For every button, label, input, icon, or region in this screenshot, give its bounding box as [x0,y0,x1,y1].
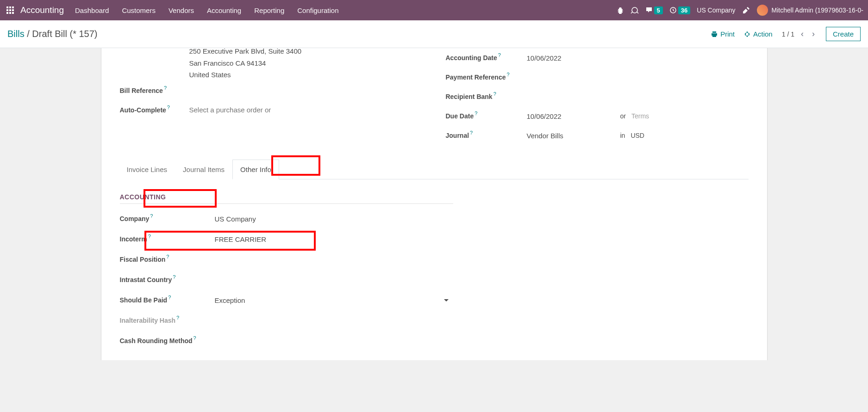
menu-dashboard[interactable]: Dashboard [75,6,109,14]
help-icon[interactable]: ? [168,295,171,300]
auto-complete-label: Auto-Complete? [120,106,189,114]
menu-customers[interactable]: Customers [122,6,156,14]
left-column: 250 Executive Park Blvd, Suite 3400 San … [120,48,423,145]
svg-point-9 [632,7,637,13]
clock-icon[interactable]: 36 [669,6,690,14]
cash-rounding-label: Cash Rounding Method? [120,337,215,344]
breadcrumb-root[interactable]: Bills [7,29,25,39]
help-icon[interactable]: ? [470,130,473,135]
help-icon[interactable]: ? [475,111,477,116]
help-icon[interactable]: ? [194,335,196,341]
addr-line2: San Francisco CA 94134 [189,57,423,69]
print-label: Print [720,30,735,38]
auto-complete-input[interactable] [189,106,423,114]
breadcrumb: Bills / Draft Bill (* 157) [7,29,98,39]
apps-icon[interactable] [5,5,16,16]
incoterm-field[interactable]: FREE CARRIER [215,235,453,243]
help-icon[interactable]: ? [148,234,151,239]
pager-prev[interactable]: ‹ [799,29,806,39]
journal-field[interactable]: Vendor Bills [527,132,615,140]
messages-icon[interactable]: 5 [645,6,663,14]
accounting-date-field[interactable]: 10/06/2022 [527,54,749,62]
svg-rect-4 [9,9,11,11]
due-date-field[interactable]: 10/06/2022 [527,112,615,120]
recipient-bank-label: Recipient Bank? [446,93,527,100]
incoterm-label: Incoterm? [120,235,215,243]
pager: 1 / 1 ‹ › [782,29,817,39]
payment-reference-label: Payment Reference? [446,74,527,81]
tab-journal-items[interactable]: Journal Items [175,160,232,179]
company-label: Company? [120,215,215,222]
action-label: Action [753,30,773,38]
journal-label: Journal? [446,132,527,139]
inalterability-hash-label: Inalterability Hash? [120,317,215,324]
help-icon[interactable]: ? [498,52,501,58]
form-sheet: 250 Executive Park Blvd, Suite 3400 San … [101,48,768,360]
pager-value[interactable]: 1 / 1 [782,31,794,38]
tabs: Invoice Lines Journal Items Other Info [119,159,749,179]
help-icon[interactable]: ? [167,105,170,110]
help-icon[interactable]: ? [173,274,175,280]
terms-field[interactable]: Terms [631,112,649,120]
menu-vendors[interactable]: Vendors [169,6,194,14]
svg-rect-0 [6,6,8,8]
help-icon[interactable]: ? [164,85,167,91]
support-icon[interactable] [631,6,639,14]
bug-icon[interactable] [617,6,624,14]
or-label: or [620,112,626,120]
control-panel: Bills / Draft Bill (* 157) Print Action … [0,20,868,48]
svg-rect-6 [6,12,8,14]
clock-badge: 36 [678,6,690,14]
breadcrumb-current: Draft Bill (* 157) [32,29,97,39]
fiscal-position-label: Fiscal Position? [120,256,215,263]
create-button[interactable]: Create [826,27,861,41]
messages-badge: 5 [654,6,663,14]
systray: 5 36 US Company Mitchell Admin (19979603… [617,5,863,16]
should-be-paid-value: Exception [215,296,245,304]
svg-rect-2 [12,6,14,8]
brand-link[interactable]: Accounting [20,5,64,15]
svg-rect-1 [9,6,11,8]
bill-reference-label: Bill Reference? [120,87,189,94]
form-area: 250 Executive Park Blvd, Suite 3400 San … [0,48,868,360]
help-icon[interactable]: ? [493,91,496,97]
should-be-paid-label: Should Be Paid? [120,296,215,304]
menu-accounting[interactable]: Accounting [207,6,241,14]
action-button[interactable]: Action [744,30,773,38]
help-icon[interactable]: ? [176,315,179,320]
addr-line3: United States [189,69,423,81]
tab-content-other-info: ACCOUNTING Company? US Company Incoterm?… [120,179,453,351]
addr-line1: 250 Executive Park Blvd, Suite 3400 [189,45,423,57]
company-field[interactable]: US Company [215,215,453,223]
help-icon[interactable]: ? [506,72,509,77]
svg-rect-8 [12,12,14,14]
tab-invoice-lines[interactable]: Invoice Lines [119,160,175,179]
top-nav: Accounting Dashboard Customers Vendors A… [0,0,868,20]
chevron-down-icon [444,299,449,301]
due-date-label: Due Date? [446,112,527,120]
section-title-accounting: ACCOUNTING [120,193,453,204]
pager-next[interactable]: › [810,29,817,39]
print-button[interactable]: Print [711,30,735,38]
intrastat-country-label: Intrastat Country? [120,276,215,283]
menu-reporting[interactable]: Reporting [254,6,284,14]
help-icon[interactable]: ? [166,254,169,259]
svg-rect-7 [9,12,11,14]
tools-icon[interactable] [742,6,750,14]
right-column: Accounting Date? 10/06/2022 Payment Refe… [446,48,749,145]
auto-complete-field[interactable] [189,106,423,114]
should-be-paid-field[interactable]: Exception [215,296,453,304]
help-icon[interactable]: ? [150,213,153,219]
company-switcher[interactable]: US Company [697,6,735,14]
accounting-date-label: Accounting Date? [446,54,527,61]
user-menu[interactable]: Mitchell Admin (19979603-16-0- [757,5,863,16]
tab-other-info[interactable]: Other Info [232,160,279,179]
menu-configuration[interactable]: Configuration [297,6,338,14]
svg-rect-5 [12,9,14,11]
currency-field[interactable]: USD [631,132,644,139]
svg-rect-3 [6,9,8,11]
vendor-address: 250 Executive Park Blvd, Suite 3400 San … [120,45,423,81]
in-label: in [620,132,625,139]
avatar [757,5,768,16]
user-name: Mitchell Admin (19979603-16-0- [772,6,863,14]
